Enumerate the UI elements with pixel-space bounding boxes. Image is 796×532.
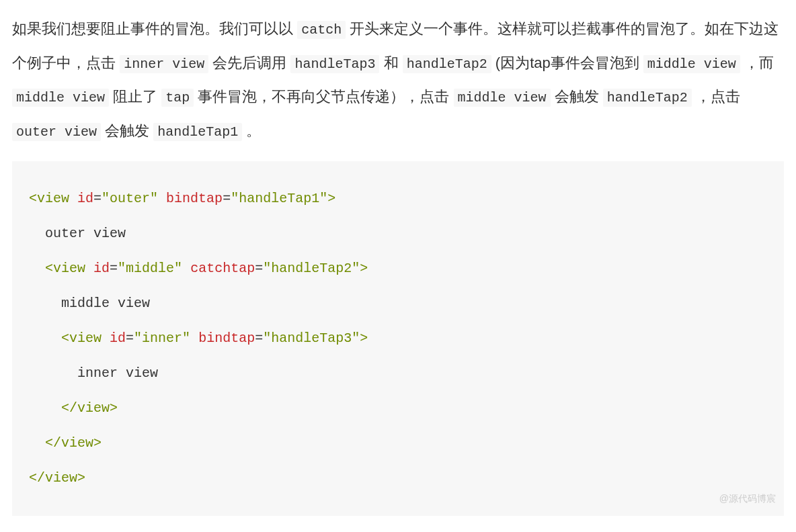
- code-eq: =: [255, 261, 263, 276]
- inline-code-catch: catch: [297, 21, 346, 39]
- code-indent: [29, 261, 45, 276]
- text: ，点击: [692, 88, 740, 105]
- code-eq: =: [126, 330, 134, 346]
- code-value: "handleTap1": [231, 191, 327, 206]
- text: 阻止了: [109, 88, 161, 105]
- code-bracket: </: [45, 435, 61, 451]
- code-bracket: <: [29, 191, 37, 206]
- text: 事件冒泡，不再向父节点传递），点击: [194, 88, 453, 105]
- inline-code-handletap2: handleTap2: [403, 55, 491, 73]
- text: 和: [379, 54, 402, 71]
- code-indent: [29, 400, 61, 416]
- code-attr: id: [77, 191, 93, 206]
- text: 如果我们想要阻止事件的冒泡。我们可以以: [12, 20, 297, 37]
- inline-code-outer-view: outer view: [12, 123, 101, 141]
- inline-code-middle-view: middle view: [643, 55, 740, 73]
- code-bracket: <: [61, 330, 69, 346]
- code-tag: view: [69, 330, 102, 346]
- code-eq: =: [223, 191, 231, 206]
- code-space: [102, 330, 110, 346]
- code-tag: view: [45, 470, 77, 486]
- inline-code-middle-view-2: middle view: [12, 89, 109, 107]
- text: 会触发: [101, 122, 153, 139]
- inline-code-handletap3: handleTap3: [290, 55, 379, 73]
- code-bracket: >: [327, 191, 335, 206]
- code-value: "inner": [134, 330, 190, 346]
- code-tag: view: [53, 261, 85, 276]
- code-value: "handleTap3": [263, 330, 360, 346]
- inline-code-handletap1: handleTap1: [153, 123, 242, 141]
- text: 会先后调用: [208, 54, 290, 71]
- code-bracket: <: [45, 261, 53, 276]
- code-block: <view id="outer" bindtap="handleTap1"> o…: [12, 161, 784, 516]
- code-value: "handleTap2": [263, 261, 360, 276]
- text: 。: [242, 122, 261, 139]
- code-space: [85, 261, 93, 276]
- code-value: "middle": [118, 261, 182, 276]
- code-bracket: </: [61, 400, 77, 416]
- code-tag: view: [37, 191, 69, 206]
- inline-code-handletap2-2: handleTap2: [603, 89, 692, 107]
- code-eq: =: [255, 330, 263, 346]
- code-value: "outer": [102, 191, 158, 206]
- code-space: [190, 330, 198, 346]
- text: 会触发: [551, 88, 603, 105]
- code-text: inner view: [29, 365, 158, 381]
- code-eq: =: [93, 191, 102, 206]
- text: ，而: [740, 54, 774, 71]
- code-attr: bindtap: [166, 191, 223, 206]
- code-bracket: >: [93, 435, 102, 451]
- inline-code-tap: tap: [161, 89, 194, 107]
- code-space: [158, 191, 166, 206]
- code-tag: view: [61, 435, 93, 451]
- code-text: outer view: [29, 226, 126, 241]
- inline-code-inner-view: inner view: [120, 55, 208, 73]
- code-text: middle view: [29, 296, 150, 311]
- code-bracket: >: [360, 261, 368, 276]
- code-attr: id: [110, 330, 126, 346]
- code-bracket: >: [77, 470, 85, 486]
- code-attr: catchtap: [190, 261, 255, 276]
- code-attr: bindtap: [198, 330, 255, 346]
- code-indent: [29, 435, 45, 451]
- code-space: [69, 191, 77, 206]
- code-attr: id: [93, 261, 110, 276]
- code-eq: =: [110, 261, 118, 276]
- code-space: [182, 261, 190, 276]
- code-bracket: >: [360, 330, 368, 346]
- code-tag: view: [77, 400, 110, 416]
- code-indent: [29, 330, 61, 346]
- code-bracket: </: [29, 470, 45, 486]
- inline-code-middle-view-3: middle view: [454, 89, 551, 107]
- explanation-paragraph: 如果我们想要阻止事件的冒泡。我们可以以 catch 开头来定义一个事件。这样就可…: [12, 12, 784, 148]
- watermark: @源代码博宸: [719, 486, 776, 511]
- code-bracket: >: [110, 400, 118, 416]
- text: (因为tap事件会冒泡到: [491, 54, 643, 71]
